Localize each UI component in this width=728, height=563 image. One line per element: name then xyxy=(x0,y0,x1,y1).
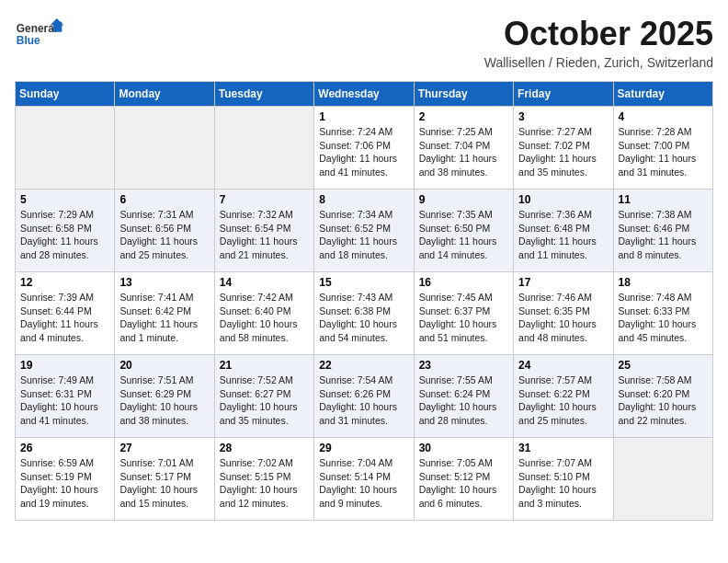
calendar-cell: 31Sunrise: 7:07 AMSunset: 5:10 PMDayligh… xyxy=(514,438,613,521)
day-number: 4 xyxy=(619,110,708,123)
day-info: Sunrise: 7:43 AMSunset: 6:38 PMDaylight:… xyxy=(319,291,408,345)
calendar-cell: 14Sunrise: 7:42 AMSunset: 6:40 PMDayligh… xyxy=(214,272,313,355)
day-number: 26 xyxy=(20,442,109,454)
page-header: General Blue October 2025 Wallisellen / … xyxy=(15,15,713,70)
calendar-cell: 22Sunrise: 7:54 AMSunset: 6:26 PMDayligh… xyxy=(314,355,414,438)
svg-text:General: General xyxy=(17,22,57,35)
calendar-cell: 15Sunrise: 7:43 AMSunset: 6:38 PMDayligh… xyxy=(314,272,414,355)
calendar-cell xyxy=(214,107,313,190)
calendar-cell: 23Sunrise: 7:55 AMSunset: 6:24 PMDayligh… xyxy=(414,355,513,438)
day-info: Sunrise: 7:24 AMSunset: 7:06 PMDaylight:… xyxy=(319,125,408,179)
calendar-cell: 13Sunrise: 7:41 AMSunset: 6:42 PMDayligh… xyxy=(115,272,214,355)
calendar-cell: 17Sunrise: 7:46 AMSunset: 6:35 PMDayligh… xyxy=(514,272,613,355)
day-info: Sunrise: 7:36 AMSunset: 6:48 PMDaylight:… xyxy=(518,208,608,262)
day-info: Sunrise: 7:51 AMSunset: 6:29 PMDaylight:… xyxy=(119,373,209,428)
day-number: 6 xyxy=(119,193,209,206)
calendar-cell: 16Sunrise: 7:45 AMSunset: 6:37 PMDayligh… xyxy=(414,272,513,355)
day-number: 18 xyxy=(619,276,708,289)
calendar-header-row: SundayMondayTuesdayWednesdayThursdayFrid… xyxy=(16,82,713,107)
logo: General Blue xyxy=(15,15,65,53)
day-info: Sunrise: 7:02 AMSunset: 5:15 PMDaylight:… xyxy=(220,456,309,511)
day-info: Sunrise: 7:29 AMSunset: 6:58 PMDaylight:… xyxy=(20,208,109,262)
day-number: 22 xyxy=(319,359,408,372)
svg-text:Blue: Blue xyxy=(17,34,40,47)
day-info: Sunrise: 7:49 AMSunset: 6:31 PMDaylight:… xyxy=(20,373,109,428)
calendar-cell: 27Sunrise: 7:01 AMSunset: 5:17 PMDayligh… xyxy=(115,438,214,521)
day-info: Sunrise: 7:32 AMSunset: 6:54 PMDaylight:… xyxy=(220,208,309,262)
day-info: Sunrise: 7:05 AMSunset: 5:12 PMDaylight:… xyxy=(419,456,508,511)
calendar-cell: 6Sunrise: 7:31 AMSunset: 6:56 PMDaylight… xyxy=(115,190,214,272)
day-number: 28 xyxy=(220,442,309,454)
calendar-cell: 3Sunrise: 7:27 AMSunset: 7:02 PMDaylight… xyxy=(514,107,613,190)
calendar-week-row: 1Sunrise: 7:24 AMSunset: 7:06 PMDaylight… xyxy=(16,107,713,190)
calendar-cell: 4Sunrise: 7:28 AMSunset: 7:00 PMDaylight… xyxy=(613,107,712,190)
day-number: 27 xyxy=(119,442,209,454)
day-number: 7 xyxy=(220,193,309,206)
day-info: Sunrise: 7:04 AMSunset: 5:14 PMDaylight:… xyxy=(319,456,408,511)
day-number: 8 xyxy=(319,193,408,206)
calendar-cell: 2Sunrise: 7:25 AMSunset: 7:04 PMDaylight… xyxy=(414,107,513,190)
calendar-cell: 30Sunrise: 7:05 AMSunset: 5:12 PMDayligh… xyxy=(414,438,513,521)
day-number: 1 xyxy=(319,110,408,123)
day-info: Sunrise: 6:59 AMSunset: 5:19 PMDaylight:… xyxy=(20,456,109,511)
day-info: Sunrise: 7:27 AMSunset: 7:02 PMDaylight:… xyxy=(518,125,608,179)
day-info: Sunrise: 7:52 AMSunset: 6:27 PMDaylight:… xyxy=(220,373,309,428)
day-number: 10 xyxy=(518,193,608,206)
calendar-week-row: 26Sunrise: 6:59 AMSunset: 5:19 PMDayligh… xyxy=(16,438,713,521)
day-number: 23 xyxy=(419,359,508,372)
day-info: Sunrise: 7:58 AMSunset: 6:20 PMDaylight:… xyxy=(619,373,708,428)
day-number: 20 xyxy=(119,359,209,372)
calendar-cell: 18Sunrise: 7:48 AMSunset: 6:33 PMDayligh… xyxy=(613,272,712,355)
day-info: Sunrise: 7:42 AMSunset: 6:40 PMDaylight:… xyxy=(220,291,309,345)
day-number: 14 xyxy=(220,276,309,289)
day-of-week-header: Tuesday xyxy=(214,82,313,107)
day-number: 24 xyxy=(518,359,608,372)
day-info: Sunrise: 7:45 AMSunset: 6:37 PMDaylight:… xyxy=(419,291,508,345)
day-info: Sunrise: 7:31 AMSunset: 6:56 PMDaylight:… xyxy=(119,208,209,262)
logo-icon: General Blue xyxy=(15,15,65,53)
day-number: 3 xyxy=(518,110,608,123)
calendar-cell: 28Sunrise: 7:02 AMSunset: 5:15 PMDayligh… xyxy=(214,438,313,521)
calendar-cell: 24Sunrise: 7:57 AMSunset: 6:22 PMDayligh… xyxy=(514,355,613,438)
day-info: Sunrise: 7:28 AMSunset: 7:00 PMDaylight:… xyxy=(619,125,708,179)
calendar-cell xyxy=(115,107,214,190)
calendar-cell: 5Sunrise: 7:29 AMSunset: 6:58 PMDaylight… xyxy=(16,190,115,272)
calendar-cell: 7Sunrise: 7:32 AMSunset: 6:54 PMDaylight… xyxy=(214,190,313,272)
day-of-week-header: Sunday xyxy=(16,82,115,107)
calendar-cell: 19Sunrise: 7:49 AMSunset: 6:31 PMDayligh… xyxy=(16,355,115,438)
day-number: 12 xyxy=(20,276,109,289)
day-of-week-header: Friday xyxy=(514,82,613,107)
day-info: Sunrise: 7:46 AMSunset: 6:35 PMDaylight:… xyxy=(518,291,608,345)
title-block: October 2025 Wallisellen / Rieden, Zuric… xyxy=(484,15,713,70)
day-info: Sunrise: 7:39 AMSunset: 6:44 PMDaylight:… xyxy=(20,291,109,345)
calendar-cell: 12Sunrise: 7:39 AMSunset: 6:44 PMDayligh… xyxy=(16,272,115,355)
day-info: Sunrise: 7:48 AMSunset: 6:33 PMDaylight:… xyxy=(619,291,708,345)
day-number: 13 xyxy=(119,276,209,289)
calendar-cell: 26Sunrise: 6:59 AMSunset: 5:19 PMDayligh… xyxy=(16,438,115,521)
day-info: Sunrise: 7:38 AMSunset: 6:46 PMDaylight:… xyxy=(619,208,708,262)
day-of-week-header: Saturday xyxy=(613,82,712,107)
calendar-cell xyxy=(16,107,115,190)
day-number: 30 xyxy=(419,442,508,454)
month-title: October 2025 xyxy=(484,15,713,53)
day-of-week-header: Monday xyxy=(115,82,214,107)
day-number: 2 xyxy=(419,110,508,123)
day-number: 29 xyxy=(319,442,408,454)
day-of-week-header: Wednesday xyxy=(314,82,414,107)
day-of-week-header: Thursday xyxy=(414,82,513,107)
calendar-cell xyxy=(613,438,712,521)
calendar-week-row: 12Sunrise: 7:39 AMSunset: 6:44 PMDayligh… xyxy=(16,272,713,355)
day-number: 5 xyxy=(20,193,109,206)
day-number: 17 xyxy=(518,276,608,289)
calendar-table: SundayMondayTuesdayWednesdayThursdayFrid… xyxy=(15,81,713,521)
day-info: Sunrise: 7:54 AMSunset: 6:26 PMDaylight:… xyxy=(319,373,408,428)
calendar-cell: 10Sunrise: 7:36 AMSunset: 6:48 PMDayligh… xyxy=(514,190,613,272)
day-number: 11 xyxy=(619,193,708,206)
day-info: Sunrise: 7:55 AMSunset: 6:24 PMDaylight:… xyxy=(419,373,508,428)
day-number: 31 xyxy=(518,442,608,454)
day-number: 25 xyxy=(619,359,708,372)
calendar-cell: 8Sunrise: 7:34 AMSunset: 6:52 PMDaylight… xyxy=(314,190,414,272)
day-info: Sunrise: 7:57 AMSunset: 6:22 PMDaylight:… xyxy=(518,373,608,428)
calendar-week-row: 5Sunrise: 7:29 AMSunset: 6:58 PMDaylight… xyxy=(16,190,713,272)
day-number: 19 xyxy=(20,359,109,372)
